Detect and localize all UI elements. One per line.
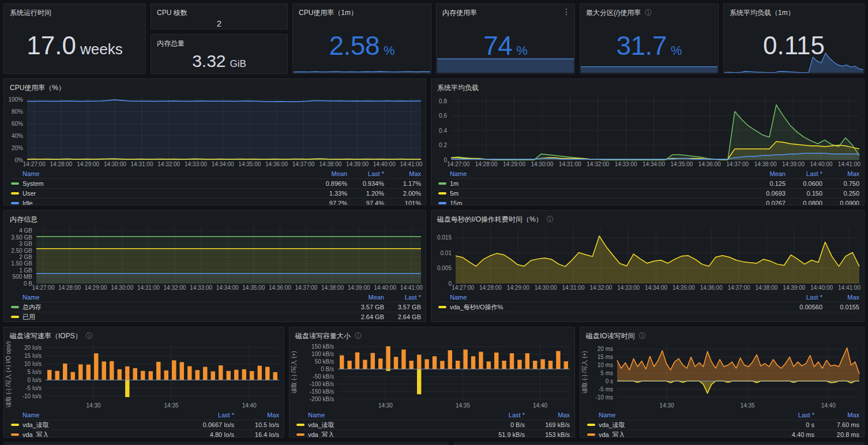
legend-series-swatch[interactable] bbox=[11, 316, 19, 318]
disk-io-rw-time-chart[interactable]: 14:3014:3514:4020 ms15 ms10 ms5 ms0 s-5 … bbox=[580, 341, 864, 409]
legend-series-label[interactable]: Idle bbox=[11, 200, 310, 205]
legend-row[interactable]: 1m0.1250.06000.750 bbox=[438, 179, 859, 189]
legend-series-swatch[interactable] bbox=[438, 192, 446, 195]
legend-column-header[interactable]: Last * bbox=[189, 412, 234, 418]
legend-series-swatch[interactable] bbox=[587, 433, 595, 436]
legend-series-label[interactable]: vda_写入 bbox=[587, 431, 769, 437]
legend-row[interactable]: User1.33%1.20%2.00% bbox=[11, 189, 421, 199]
legend-series-swatch[interactable] bbox=[296, 433, 305, 436]
legend-row[interactable]: 15m0.02670.08000.0900 bbox=[438, 199, 859, 205]
legend-header-name[interactable]: Name bbox=[587, 412, 769, 418]
legend-series-label[interactable]: 1m bbox=[438, 180, 749, 187]
legend-row[interactable]: 已用2.64 GB2.64 GB bbox=[11, 312, 421, 321]
panel-title[interactable]: 内存使用率 bbox=[442, 8, 477, 18]
legend-series-label[interactable]: 已用 bbox=[11, 313, 347, 321]
legend-series-label[interactable]: vda_读取 bbox=[296, 421, 480, 429]
legend-series-swatch[interactable] bbox=[11, 192, 19, 195]
legend-column-header[interactable]: Last * bbox=[384, 294, 421, 301]
legend-header-name[interactable]: Name bbox=[11, 412, 189, 418]
memory-info-chart[interactable]: 14:27:0014:28:0014:29:0014:30:0014:31:00… bbox=[4, 225, 426, 291]
panel-title[interactable]: 内存信息 bbox=[10, 215, 37, 225]
legend-header-name[interactable]: Name bbox=[438, 294, 786, 301]
legend-series-swatch[interactable] bbox=[11, 433, 19, 436]
info-icon[interactable]: ⓘ bbox=[645, 9, 652, 16]
panel-title[interactable]: CPU使用率（%） bbox=[10, 83, 65, 93]
load-average-chart[interactable]: 14:27:0014:28:0014:29:0014:30:0014:31:00… bbox=[431, 93, 864, 168]
legend-series-swatch[interactable] bbox=[438, 182, 446, 185]
disk-iops-chart[interactable]: 14:3014:3514:4020 Io/s15 Io/s10 Io/s5 Io… bbox=[4, 341, 284, 409]
legend-column-header[interactable]: Max bbox=[234, 412, 279, 418]
panel-title[interactable]: 系统平均负载（1m） bbox=[730, 8, 795, 18]
svg-text:0%: 0% bbox=[15, 157, 24, 163]
info-icon[interactable]: ⓘ bbox=[355, 332, 362, 339]
kebab-menu-icon[interactable]: ⋮ bbox=[562, 8, 570, 16]
legend-row[interactable]: Idle97.2%97.4%101% bbox=[11, 199, 421, 205]
legend-row[interactable]: vda_读取0 s7.60 ms bbox=[587, 420, 859, 430]
panel-title[interactable]: 系统平均负载 bbox=[437, 83, 479, 93]
panel-title[interactable]: CPU 核数 bbox=[157, 8, 187, 18]
legend-column-header[interactable]: Last * bbox=[480, 412, 525, 418]
legend-column-header[interactable]: Max bbox=[814, 412, 859, 418]
legend-series-label[interactable]: vda_读取 bbox=[587, 421, 769, 429]
panel-title[interactable]: CPU使用率（1m） bbox=[299, 8, 358, 18]
disk-iops-legend: NameLast *Maxvda_读取0.0667 Io/s10.5 Io/sv… bbox=[11, 410, 279, 437]
legend-row[interactable]: System0.896%0.934%1.17% bbox=[11, 179, 421, 189]
legend-series-swatch[interactable] bbox=[296, 424, 305, 426]
legend-row[interactable]: 5m0.06930.1500.250 bbox=[438, 189, 859, 199]
legend-series-label[interactable]: 5m bbox=[438, 190, 749, 197]
panel-title[interactable]: 磁盘读写容量大小 bbox=[295, 331, 351, 341]
legend-series-label[interactable]: vda_写入 bbox=[296, 431, 480, 437]
legend-header-name[interactable]: Name bbox=[296, 412, 480, 418]
panel-title[interactable]: 系统运行时间 bbox=[10, 8, 51, 18]
legend-series-swatch[interactable] bbox=[11, 424, 19, 426]
svg-text:读取 (-) /写入 (+): 读取 (-) /写入 (+) bbox=[581, 351, 588, 394]
legend-column-header[interactable]: Last * bbox=[347, 170, 384, 177]
cpu-usage-chart[interactable]: 14:27:0014:28:0014:29:0014:30:0014:31:00… bbox=[4, 93, 426, 168]
legend-row[interactable]: vda_写入4.80 Io/s16.4 Io/s bbox=[11, 430, 279, 437]
legend-column-header[interactable]: Max bbox=[525, 412, 570, 418]
legend-column-header[interactable]: Mean bbox=[749, 170, 786, 177]
legend-series-swatch[interactable] bbox=[11, 202, 19, 204]
info-icon[interactable]: ⓘ bbox=[547, 216, 554, 223]
legend-header-name[interactable]: Name bbox=[11, 170, 310, 177]
legend-series-swatch[interactable] bbox=[438, 306, 446, 308]
legend-series-swatch[interactable] bbox=[11, 182, 19, 185]
legend-series-label[interactable]: vda_写入 bbox=[11, 431, 189, 437]
legend-column-header[interactable]: Last * bbox=[786, 294, 822, 301]
disk-throughput-chart[interactable]: 14:3014:3514:40150 kB/s100 kB/s50 kB/s0 … bbox=[290, 341, 574, 409]
legend-series-label[interactable]: 总内存 bbox=[11, 303, 347, 312]
legend-row[interactable]: vda_写入4.40 ms20.8 ms bbox=[587, 430, 859, 437]
legend-series-label[interactable]: 15m bbox=[438, 200, 749, 205]
legend-row[interactable]: vda_每秒I/O操作%0.005600.0155 bbox=[438, 302, 859, 312]
legend-row[interactable]: vda_写入51.9 kB/s153 kB/s bbox=[296, 430, 570, 437]
legend-series-swatch[interactable] bbox=[587, 424, 595, 426]
legend-column-header[interactable]: Mean bbox=[310, 170, 347, 177]
info-icon[interactable]: ⓘ bbox=[639, 332, 646, 339]
legend-series-swatch[interactable] bbox=[438, 202, 446, 204]
legend-row[interactable]: 总内存3.57 GB3.57 GB bbox=[11, 302, 421, 312]
legend-header-name[interactable]: Name bbox=[438, 170, 749, 177]
legend-series-label[interactable]: User bbox=[11, 190, 310, 197]
legend-series-label[interactable]: vda_读取 bbox=[11, 421, 189, 429]
panel-title[interactable]: 磁盘IO读写时间 bbox=[586, 331, 635, 341]
legend-row[interactable]: vda_读取0.0667 Io/s10.5 Io/s bbox=[11, 420, 279, 430]
legend-row[interactable]: vda_读取0 B/s169 kB/s bbox=[296, 420, 570, 430]
legend-series-label[interactable]: vda_每秒I/O操作% bbox=[438, 303, 786, 312]
legend-series-label[interactable]: System bbox=[11, 180, 310, 187]
legend-column-header[interactable]: Max bbox=[822, 170, 859, 177]
legend-column-header[interactable]: Last * bbox=[786, 170, 822, 177]
legend-value: 0.0900 bbox=[822, 200, 859, 205]
legend-column-header[interactable]: Max bbox=[822, 294, 859, 301]
legend-column-header[interactable]: Last * bbox=[769, 412, 814, 418]
legend-series-swatch[interactable] bbox=[11, 306, 19, 308]
info-icon[interactable]: ⓘ bbox=[86, 332, 93, 339]
legend-column-header[interactable]: Mean bbox=[347, 294, 384, 301]
panel-title[interactable]: 磁盘每秒的I/O操作耗费时间（%） bbox=[437, 215, 543, 225]
panel-title[interactable]: 内存总量 bbox=[157, 39, 185, 48]
legend-column-header[interactable]: Max bbox=[384, 170, 421, 177]
panel-title[interactable]: 最大分区(/)使用率 bbox=[586, 8, 641, 18]
legend-header-name[interactable]: Name bbox=[11, 294, 347, 301]
disk-io-time-pct-chart[interactable]: 14:27:0014:28:0014:29:0014:30:0014:31:00… bbox=[431, 225, 864, 291]
svg-text:14:33:00: 14:33:00 bbox=[615, 161, 637, 167]
panel-title[interactable]: 磁盘读写速率（IOPS） bbox=[10, 331, 82, 341]
